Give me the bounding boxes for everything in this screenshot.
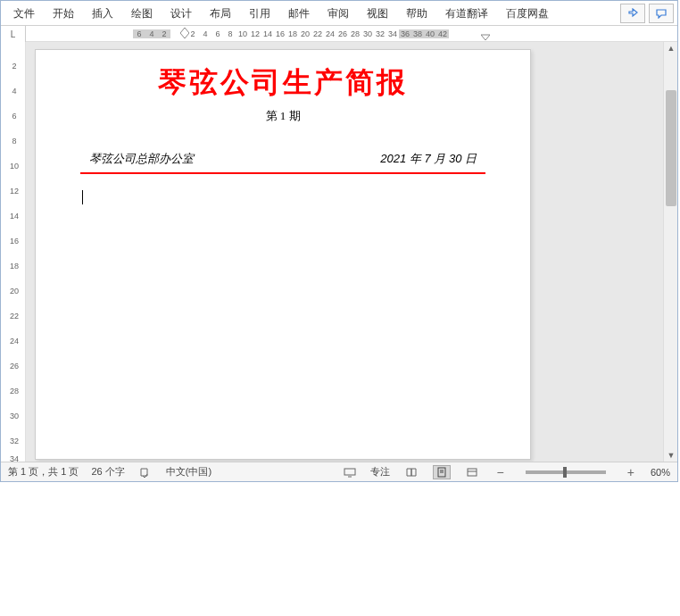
- scrollbar-thumb[interactable]: [666, 90, 676, 206]
- ruler-vtick: 18: [8, 262, 21, 271]
- svg-rect-5: [468, 469, 477, 476]
- ruler-vtick: 20: [8, 287, 21, 296]
- indent-marker-left[interactable]: [180, 28, 189, 40]
- ruler-tick: 2: [158, 29, 170, 38]
- menu-design[interactable]: 设计: [162, 1, 201, 26]
- ruler-tick: 12: [249, 29, 261, 38]
- menu-bar: 文件 开始 插入 绘图 设计 布局 引用 邮件 审阅 视图 帮助 有道翻译 百度…: [1, 1, 677, 26]
- ruler-tick: 4: [145, 29, 158, 38]
- status-focus[interactable]: 专注: [370, 465, 390, 479]
- doc-date: 2021 年 7 月 30 日: [380, 151, 477, 167]
- page-view[interactable]: 琴弦公司生产简报 第 1 期 琴弦公司总部办公室 2021 年 7 月 30 日: [26, 42, 677, 462]
- zoom-in-button[interactable]: +: [624, 465, 638, 479]
- scroll-down-icon[interactable]: ▼: [667, 451, 676, 460]
- ruler-tick: 26: [336, 29, 349, 38]
- ruler-tick: 24: [324, 29, 336, 38]
- editor-area: 2 4 6 8 10 12 14 16 18 20 22 24 26 28 30…: [1, 42, 677, 462]
- menu-home[interactable]: 开始: [44, 1, 83, 26]
- ruler-vtick: 28: [8, 387, 21, 395]
- doc-title[interactable]: 琴弦公司生产简报: [80, 63, 485, 103]
- menu-file[interactable]: 文件: [4, 1, 44, 26]
- ruler-vtick: 10: [8, 162, 21, 171]
- svg-rect-0: [344, 469, 355, 475]
- ruler-tick: 18: [286, 29, 299, 38]
- menu-insert[interactable]: 插入: [83, 1, 122, 26]
- spellcheck-icon[interactable]: [137, 465, 153, 479]
- ruler-tick: 38: [411, 29, 424, 38]
- menu-baidu[interactable]: 百度网盘: [497, 1, 558, 26]
- ruler-tick: 42: [436, 29, 449, 38]
- menu-draw[interactable]: 绘图: [122, 1, 162, 26]
- scroll-up-icon[interactable]: ▲: [667, 44, 676, 53]
- status-page[interactable]: 第 1 页，共 1 页: [8, 465, 79, 479]
- ruler-tick: 30: [361, 29, 374, 38]
- menu-youdao[interactable]: 有道翻译: [436, 1, 497, 26]
- doc-info-row[interactable]: 琴弦公司总部办公室 2021 年 7 月 30 日: [80, 151, 485, 172]
- ruler-tick: 36: [399, 29, 411, 38]
- ruler-horizontal[interactable]: 6 4 2 2 4 6 8 10 12 14 16 18 20 22 24 26…: [26, 26, 677, 41]
- status-char-count[interactable]: 26 个字: [91, 465, 124, 479]
- ruler-vtick: 32: [8, 437, 21, 445]
- display-settings-icon[interactable]: [342, 465, 358, 479]
- ruler-tick: 14: [261, 29, 274, 38]
- comment-button[interactable]: [649, 4, 674, 23]
- ruler-vtick: 12: [8, 187, 21, 196]
- menu-references[interactable]: 引用: [240, 1, 279, 26]
- ruler-tick: 34: [386, 29, 399, 38]
- vertical-scrollbar[interactable]: ▲ ▼: [663, 42, 677, 462]
- share-button[interactable]: [620, 4, 645, 23]
- ruler-tick: 28: [349, 29, 361, 38]
- ruler-tick: 32: [374, 29, 386, 38]
- doc-office: 琴弦公司总部办公室: [89, 151, 194, 167]
- text-cursor: [82, 190, 485, 204]
- app-window: 文件 开始 插入 绘图 设计 布局 引用 邮件 审阅 视图 帮助 有道翻译 百度…: [0, 0, 678, 482]
- status-language[interactable]: 中文(中国): [166, 465, 211, 479]
- ruler-vtick: 26: [8, 362, 21, 370]
- ruler-corner[interactable]: L: [1, 26, 26, 42]
- ruler-vtick: 24: [8, 337, 21, 345]
- ruler-vertical[interactable]: 2 4 6 8 10 12 14 16 18 20 22 24 26 28 30…: [1, 42, 26, 462]
- zoom-level[interactable]: 60%: [651, 467, 670, 478]
- ruler-vtick: 30: [8, 412, 21, 420]
- menu-mail[interactable]: 邮件: [279, 1, 319, 26]
- document-page[interactable]: 琴弦公司生产简报 第 1 期 琴弦公司总部办公室 2021 年 7 月 30 日: [35, 49, 531, 460]
- ruler-tick: 6: [133, 29, 145, 38]
- menu-review[interactable]: 审阅: [319, 1, 358, 26]
- ruler-vtick: 22: [8, 312, 21, 320]
- doc-separator: [80, 172, 485, 174]
- ruler-tick: 8: [224, 29, 236, 38]
- ruler-vtick: 8: [8, 137, 21, 146]
- zoom-slider-knob[interactable]: [563, 467, 567, 478]
- ruler-tick: 16: [274, 29, 286, 38]
- view-web-button[interactable]: [463, 465, 481, 479]
- menu-help[interactable]: 帮助: [397, 1, 436, 26]
- status-bar: 第 1 页，共 1 页 26 个字 中文(中国) 专注 − + 60%: [1, 462, 677, 481]
- ruler-tick: 6: [211, 29, 224, 38]
- doc-issue[interactable]: 第 1 期: [80, 108, 485, 124]
- ruler-vtick: 14: [8, 212, 21, 221]
- indent-marker-right[interactable]: [481, 28, 490, 40]
- zoom-slider[interactable]: [526, 470, 606, 474]
- ruler-vtick: 6: [8, 112, 21, 121]
- ruler-tick: 20: [299, 29, 311, 38]
- ruler-vtick: 4: [8, 87, 21, 96]
- menu-view[interactable]: 视图: [358, 1, 397, 26]
- ruler-vtick: 2: [8, 62, 21, 71]
- menu-layout[interactable]: 布局: [201, 1, 240, 26]
- ruler-tick: 40: [424, 29, 436, 38]
- view-read-button[interactable]: [402, 465, 420, 479]
- view-print-button[interactable]: [433, 465, 451, 479]
- ruler-vtick: 16: [8, 237, 21, 246]
- ruler-tick: 4: [199, 29, 211, 38]
- ruler-horizontal-row: L 6 4 2 2 4 6 8 10 12 14 16 18 20 22 24 …: [1, 26, 677, 42]
- zoom-out-button[interactable]: −: [493, 465, 508, 479]
- ruler-tick: 10: [236, 29, 249, 38]
- ruler-tick: 22: [311, 29, 324, 38]
